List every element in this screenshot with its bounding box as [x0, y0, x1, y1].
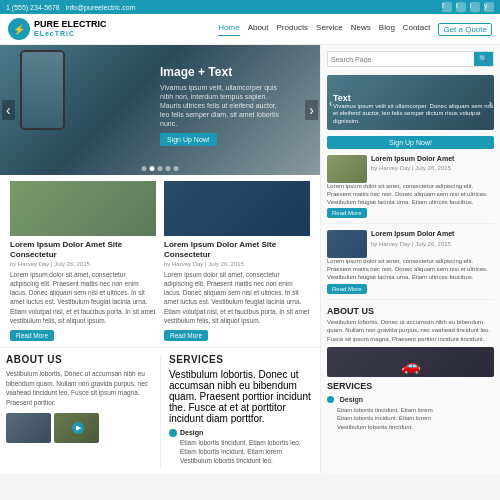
phone-number: 1 (555) 234-5678: [6, 4, 60, 11]
right-about-car-image: [327, 347, 494, 377]
service-design-dot: [169, 429, 177, 437]
right-blog-meta-1: by Harvey Day | July 26, 2015: [371, 165, 454, 171]
blog-card-meta-2: by Harvey Day | July 26, 2015: [164, 261, 310, 267]
hero-dot-4[interactable]: [166, 166, 171, 171]
services-list: Design Etiam lobortis tincidunt. Etiam l…: [169, 428, 314, 465]
blog-card-image-2: [164, 181, 310, 236]
right-service-item-2: Etiam lobortis incidunt. Etiam lorem: [327, 414, 494, 422]
services-intro: Vestibulum lobortis. Donec ut accumsan n…: [169, 369, 314, 424]
play-button[interactable]: ▶: [72, 422, 84, 434]
service-design-name: Design: [180, 428, 314, 438]
right-about-text: Vestibulum lobortis. Donec ut accumsan n…: [327, 318, 494, 343]
right-blog-meta-2: by Harvey Day | July 26, 2015: [371, 241, 454, 247]
about-services-section: ABOUT US Vestibulum lobortis, Donec ut a…: [0, 347, 320, 474]
right-banner-next[interactable]: ›: [489, 97, 492, 108]
blog-card-body-1: Lorem ipsum dolor sit amet, consectetur …: [10, 270, 156, 325]
right-banner-prev[interactable]: ‹: [329, 97, 332, 108]
service-design-detail-1: Etiam lobortis tincidunt. Etiam lobortis…: [180, 439, 301, 446]
blog-card-title-2: Lorem Ipsum Dolor Amet Site Consectetur: [164, 240, 310, 259]
hero-body: Vivamus ipsum velit, ullamcorper quis ni…: [160, 83, 280, 128]
about-images: ▶: [6, 413, 152, 443]
hero-slider: Image + Text Vivamus ipsum velit, ullamc…: [0, 45, 320, 175]
hero-heading: Image + Text: [160, 65, 280, 79]
facebook-icon[interactable]: f: [442, 2, 452, 12]
logo: ⚡ PURE ELECTRIC ELecTRiC: [8, 18, 107, 40]
about-title: ABOUT US: [6, 354, 152, 365]
service-design-text: Design Etiam lobortis tincidunt. Etiam l…: [180, 428, 314, 465]
blog-card-image-1: [10, 181, 156, 236]
hero-text-block: Image + Text Vivamus ipsum velit, ullamc…: [160, 65, 280, 146]
main-nav: Home About Products Service News Blog Co…: [218, 23, 492, 36]
right-blog-inner-1: Lorem Ipsum Dolor Amet by Harvey Day | J…: [327, 155, 494, 183]
blog-card-readmore-2[interactable]: Read More: [164, 330, 208, 341]
search-button[interactable]: 🔍: [474, 52, 493, 66]
right-service-items: Etiam lobortis tincidunt. Etiam lorem Et…: [327, 406, 494, 431]
left-column: Image + Text Vivamus ipsum velit, ullamc…: [0, 45, 320, 474]
site-header: ⚡ PURE ELECTRIC ELecTRiC Home About Prod…: [0, 14, 500, 45]
right-blog-text-2: Lorem ipsum dolor sit amet, consectetur …: [327, 258, 494, 281]
nav-news[interactable]: News: [351, 23, 371, 36]
blog-cards-section: Lorem Ipsum Dolor Amet Site Consectetur …: [0, 175, 320, 347]
right-banner-body: Vivamus ipsum velit sit ullamcorper. Don…: [333, 103, 494, 126]
twitter-icon[interactable]: t: [456, 2, 466, 12]
logo-icon: ⚡: [8, 18, 30, 40]
right-services-title: SERVICES: [327, 381, 494, 391]
blog-card-meta-1: by Harvey Day | July 26, 2015: [10, 261, 156, 267]
search-box: 🔍: [327, 51, 494, 67]
nav-home[interactable]: Home: [218, 23, 239, 36]
blog-card-title-1: Lorem Ipsum Dolor Amet Site Consectetur: [10, 240, 156, 259]
hero-next-arrow[interactable]: ›: [305, 100, 318, 120]
email-address: info@pureelectric.com: [66, 4, 136, 11]
nav-service[interactable]: Service: [316, 23, 343, 36]
top-bar: 1 (555) 234-5678 info@pureelectric.com f…: [0, 0, 500, 14]
right-signup-button[interactable]: Sign Up Now!: [327, 136, 494, 149]
right-blog-title-1: Lorem Ipsum Dolor Amet: [371, 155, 454, 163]
right-blog-title-2: Lorem Ipsum Dolor Amet: [371, 230, 454, 238]
nav-blog[interactable]: Blog: [379, 23, 395, 36]
phone-screen: [22, 52, 63, 128]
right-banner-heading: Text: [333, 93, 494, 103]
right-about-title: ABOUT US: [327, 306, 494, 316]
hero-prev-arrow[interactable]: ‹: [2, 100, 15, 120]
social-icons: f t i y: [442, 2, 494, 12]
hero-dot-2[interactable]: [150, 166, 155, 171]
blog-card-readmore-1[interactable]: Read More: [10, 330, 54, 341]
right-blog-readmore-2[interactable]: Read More: [327, 284, 367, 294]
right-blog-readmore-1[interactable]: Read More: [327, 208, 367, 218]
right-service-dot: [327, 396, 334, 403]
right-blog-thumb-1: [327, 155, 367, 183]
blog-card-body-2: Lorem ipsum dolor sit amet, consectetur …: [164, 270, 310, 325]
hero-dot-5[interactable]: [174, 166, 179, 171]
nav-contact[interactable]: Contact: [403, 23, 431, 36]
hero-dot-3[interactable]: [158, 166, 163, 171]
nav-products[interactable]: Products: [277, 23, 309, 36]
right-service-design-label: Design: [340, 396, 363, 403]
right-blog-content-1: Lorem Ipsum Dolor Amet by Harvey Day | J…: [371, 155, 454, 183]
blog-card-2: Lorem Ipsum Dolor Amet Site Consectetur …: [160, 181, 314, 341]
right-blog-content-2: Lorem Ipsum Dolor Amet by Harvey Day | J…: [371, 230, 454, 258]
logo-tagline: ELecTRiC: [34, 30, 107, 38]
youtube-icon[interactable]: y: [484, 2, 494, 12]
service-design-detail-2: Etiam lobortis incidunt. Etiam lorem: [180, 448, 282, 455]
right-blog-item-1: Lorem Ipsum Dolor Amet by Harvey Day | J…: [327, 155, 494, 224]
right-blog-thumb-2: [327, 230, 367, 258]
top-bar-contact: 1 (555) 234-5678 info@pureelectric.com: [6, 4, 135, 11]
services-section: SERVICES Vestibulum lobortis. Donec ut a…: [160, 354, 314, 468]
nav-about[interactable]: About: [248, 23, 269, 36]
services-title: SERVICES: [169, 354, 314, 365]
instagram-icon[interactable]: i: [470, 2, 480, 12]
about-section: ABOUT US Vestibulum lobortis, Donec ut a…: [6, 354, 160, 468]
search-input[interactable]: [328, 52, 474, 66]
hero-cta-button[interactable]: Sign Up Now!: [160, 133, 217, 146]
right-banner-text: Text Vivamus ipsum velit sit ullamcorper…: [333, 93, 494, 126]
about-body: Vestibulum lobortis, Donec ut accumsan n…: [6, 369, 152, 408]
hero-dot-1[interactable]: [142, 166, 147, 171]
nav-quote[interactable]: Get a Quote: [438, 23, 492, 36]
right-column: 🔍 ‹ Text Vivamus ipsum velit sit ullamco…: [320, 45, 500, 474]
right-blog-item-2: Lorem Ipsum Dolor Amet by Harvey Day | J…: [327, 230, 494, 299]
main-content: Image + Text Vivamus ipsum velit, ullamc…: [0, 45, 500, 474]
right-service-item-3: Vestibulum lobortis tincidunt.: [327, 423, 494, 431]
right-service-item-1: Etiam lobortis tincidunt. Etiam lorem: [327, 406, 494, 414]
hero-dots: [142, 166, 179, 171]
service-design-detail-3: Vestibulum lobortis tincidunt leo.: [180, 457, 273, 464]
